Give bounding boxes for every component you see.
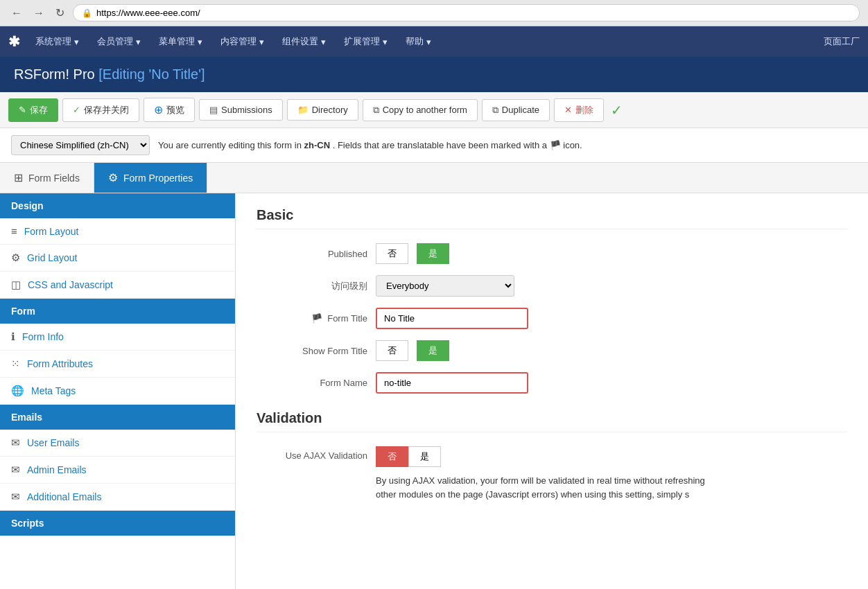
- envelope-icon: ✉: [11, 437, 20, 449]
- form-title-row: 🏴 Form Title: [257, 308, 847, 329]
- basic-section-title: Basic: [257, 207, 847, 229]
- tab-form-properties[interactable]: ⚙ Form Properties: [94, 163, 207, 193]
- logo-icon: ✱: [8, 33, 20, 50]
- published-no-button[interactable]: 否: [376, 243, 408, 264]
- back-button[interactable]: ←: [8, 6, 25, 21]
- css-icon: ◫: [11, 279, 21, 291]
- directory-button[interactable]: 📁 Directory: [287, 99, 358, 121]
- info-icon: ℹ: [11, 331, 15, 343]
- delete-icon: ✕: [564, 105, 572, 115]
- nav-right-page-factory: 页面工厂: [824, 35, 860, 48]
- published-row: Published 否 是: [257, 243, 847, 264]
- nav-item-extensions[interactable]: 扩展管理 ▾: [336, 30, 396, 53]
- app-header: RSForm! Pro [Editing 'No Title']: [0, 57, 868, 92]
- copy-form-button[interactable]: ⧉ Copy to another form: [363, 99, 478, 121]
- published-label: Published: [257, 249, 367, 259]
- save-button[interactable]: ✎ 保存: [8, 98, 58, 122]
- browser-bar: ← → ↻ 🔒 https://www.eee-eee.com/: [0, 0, 868, 26]
- sidebar-item-form-layout[interactable]: ≡ Form Layout: [0, 218, 235, 245]
- sidebar-section-scripts: Scripts: [0, 511, 235, 536]
- flag-icon: 🏴: [550, 140, 561, 150]
- sidebar-item-grid-layout[interactable]: ⚙ Grid Layout: [0, 245, 235, 272]
- top-nav: ✱ 系统管理 ▾ 会员管理 ▾ 菜单管理 ▾ 内容管理 ▾ 组件设置 ▾ 扩展管…: [0, 26, 868, 57]
- validation-section-title: Validation: [257, 410, 847, 432]
- sidebar: Design ≡ Form Layout ⚙ Grid Layout ◫ CSS…: [0, 193, 236, 589]
- nav-item-help[interactable]: 帮助 ▾: [397, 30, 440, 53]
- access-label: 访问级别: [257, 280, 367, 292]
- preview-button[interactable]: ⊕ 预览: [144, 98, 195, 122]
- sidebar-section-design: Design: [0, 193, 235, 218]
- main-content: Design ≡ Form Layout ⚙ Grid Layout ◫ CSS…: [0, 193, 868, 589]
- lang-note: You are currently editing this form in z…: [158, 140, 582, 150]
- globe-icon: 🌐: [11, 385, 24, 397]
- sidebar-item-meta-tags[interactable]: 🌐 Meta Tags: [0, 378, 235, 405]
- envelope-admin-icon: ✉: [11, 464, 20, 476]
- envelope-additional-icon: ✉: [11, 491, 20, 503]
- ajax-description-text: By using AJAX validation, your form will…: [376, 474, 722, 501]
- ajax-validation-row: Use AJAX Validation 否 是 By using AJAX va…: [257, 446, 847, 501]
- language-select[interactable]: Chinese Simplified (zh-CN): [11, 135, 150, 155]
- nav-item-components[interactable]: 组件设置 ▾: [274, 30, 334, 53]
- check-icon: ✓: [73, 105, 80, 115]
- show-form-title-no-button[interactable]: 否: [376, 340, 408, 361]
- refresh-button[interactable]: ↻: [53, 5, 67, 21]
- sidebar-item-form-attributes[interactable]: ⁙ Form Attributes: [0, 351, 235, 378]
- sidebar-section-emails: Emails: [0, 405, 235, 430]
- access-select[interactable]: Everybody: [376, 275, 514, 297]
- sidebar-item-additional-emails[interactable]: ✉ Additional Emails: [0, 484, 235, 511]
- app-brand: RSForm! Pro: [14, 67, 95, 82]
- nav-item-members[interactable]: 会员管理 ▾: [89, 30, 149, 53]
- secure-icon: 🔒: [82, 8, 92, 18]
- address-bar: 🔒 https://www.eee-eee.com/: [73, 4, 860, 21]
- submissions-button[interactable]: ▤ Submissions: [199, 99, 283, 121]
- sidebar-section-form: Form: [0, 299, 235, 324]
- published-yes-button[interactable]: 是: [417, 243, 449, 264]
- ajax-yes-button[interactable]: 是: [408, 446, 441, 467]
- sidebar-item-admin-emails[interactable]: ✉ Admin Emails: [0, 457, 235, 484]
- editing-label: [Editing 'No Title']: [98, 67, 205, 82]
- form-fields-icon: ⊞: [14, 171, 23, 184]
- sidebar-item-css-javascript[interactable]: ◫ CSS and Javascript: [0, 272, 235, 299]
- attributes-icon: ⁙: [11, 358, 20, 370]
- directory-icon: 📁: [297, 105, 309, 115]
- save-close-button[interactable]: ✓ 保存并关闭: [62, 98, 139, 122]
- access-level-row: 访问级别 Everybody: [257, 275, 847, 297]
- delete-button[interactable]: ✕ 删除: [554, 98, 604, 122]
- tab-form-fields[interactable]: ⊞ Form Fields: [0, 163, 94, 193]
- flag-indicator-icon: 🏴: [311, 313, 322, 324]
- toolbar: ✎ 保存 ✓ 保存并关闭 ⊕ 预览 ▤ Submissions 📁 Direct…: [0, 92, 868, 128]
- duplicate-icon: ⧉: [492, 105, 498, 116]
- nav-item-system[interactable]: 系统管理 ▾: [27, 30, 87, 53]
- sidebar-item-user-emails[interactable]: ✉ User Emails: [0, 430, 235, 457]
- lang-bar: Chinese Simplified (zh-CN) You are curre…: [0, 128, 868, 163]
- form-title-input[interactable]: [376, 308, 528, 329]
- form-name-label: Form Name: [257, 378, 367, 388]
- sidebar-item-form-info[interactable]: ℹ Form Info: [0, 324, 235, 351]
- form-properties-content: Basic Published 否 是 访问级别 Everybody 🏴 For…: [236, 193, 868, 589]
- grid-icon: ⚙: [11, 252, 20, 264]
- submissions-icon: ▤: [209, 105, 218, 115]
- ajax-label: Use AJAX Validation: [257, 446, 367, 461]
- gear-icon: ⚙: [108, 171, 118, 184]
- show-form-title-yes-button[interactable]: 是: [417, 340, 449, 361]
- save-icon: ✎: [19, 105, 26, 115]
- preview-icon: ⊕: [154, 103, 163, 116]
- show-form-title-label: Show Form Title: [257, 346, 367, 356]
- list-icon: ≡: [11, 225, 17, 237]
- url-text: https://www.eee-eee.com/: [96, 8, 200, 18]
- form-name-row: Form Name: [257, 372, 847, 394]
- copy-icon: ⧉: [373, 105, 379, 116]
- show-form-title-row: Show Form Title 否 是: [257, 340, 847, 361]
- duplicate-button[interactable]: ⧉ Duplicate: [482, 99, 550, 121]
- nav-item-content[interactable]: 内容管理 ▾: [212, 30, 272, 53]
- nav-item-menus[interactable]: 菜单管理 ▾: [150, 30, 211, 53]
- form-name-input[interactable]: [376, 372, 528, 394]
- checkmark-success-icon: ✓: [611, 102, 623, 118]
- form-title-label: 🏴 Form Title: [257, 313, 367, 324]
- forward-button[interactable]: →: [31, 6, 47, 21]
- ajax-no-button[interactable]: 否: [376, 446, 408, 467]
- tab-bar: ⊞ Form Fields ⚙ Form Properties: [0, 163, 868, 193]
